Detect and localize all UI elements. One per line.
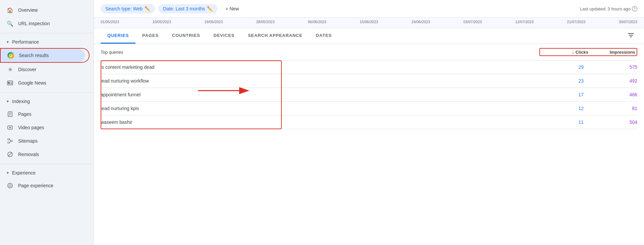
date-9: 21/07/2023 (567, 20, 585, 24)
query-text-2: appointment funnel (101, 92, 141, 97)
main-content: Search type: Web ✏️ Date: Last 3 months … (94, 0, 644, 245)
sidebar-performance-label: Performance (12, 39, 39, 45)
impressions-value-2: 466 (630, 92, 637, 97)
last-updated-text: Last updated: 3 hours ago ? (580, 6, 637, 11)
table-area: Top queries ↓ Clicks Impressions (94, 44, 644, 245)
tab-devices-label: DEVICES (213, 33, 234, 38)
tab-pages[interactable]: PAGES (136, 28, 165, 44)
date-7: 03/07/2023 (463, 20, 482, 24)
cell-clicks-4: 11 (530, 119, 584, 125)
last-updated-label: Last updated: 3 hours ago (580, 6, 631, 11)
clicks-value-4: 11 (578, 119, 584, 125)
svg-rect-1 (8, 82, 10, 84)
impressions-value-0: 575 (630, 64, 637, 70)
date-4: 06/06/2023 (308, 20, 326, 24)
sidebar: 🏠 Overview 🔍 URL inspection ▾ Performanc… (0, 0, 94, 245)
cell-impressions-4: 504 (584, 119, 637, 125)
impressions-header-label: Impressions (609, 50, 635, 55)
tab-search-appearance-label: SEARCH APPEARANCE (248, 33, 303, 38)
toolbar: Search type: Web ✏️ Date: Last 3 months … (94, 0, 644, 18)
svg-point-22 (9, 185, 11, 187)
cell-clicks-0: 29 (530, 64, 584, 70)
discover-icon: ✳ (7, 66, 13, 73)
sidebar-item-page-experience[interactable]: Page experience (0, 179, 90, 192)
sidebar-item-url-inspection[interactable]: 🔍 URL inspection (0, 17, 90, 30)
clicks-impressions-red-border: ↓ Clicks Impressions (539, 48, 637, 56)
sidebar-item-overview[interactable]: 🏠 Overview (0, 3, 90, 17)
impressions-header[interactable]: Impressions (588, 50, 635, 55)
table-row: is content marketing dead 29 575 (101, 60, 637, 74)
svg-rect-13 (8, 142, 9, 143)
new-button-label: + New (225, 6, 239, 11)
tab-countries[interactable]: COUNTRIES (165, 28, 207, 44)
sidebar-item-removals-label: Removals (18, 152, 39, 157)
cell-query-2: appointment funnel (101, 92, 530, 97)
date-10: 30/07/2023 (619, 20, 637, 24)
top-queries-text: Top queries (101, 50, 123, 55)
date-label: Date: Last 3 months (163, 6, 205, 11)
removals-icon (7, 151, 13, 158)
cell-query-0: is content marketing dead (101, 64, 530, 70)
query-text-0: is content marketing dead (101, 64, 154, 70)
date-5: 15/06/2023 (360, 20, 378, 24)
sidebar-experience-label: Experience (12, 170, 36, 176)
table-row: lead nurturing workflow 23 492 (101, 74, 637, 88)
query-text-4: waseem bashir (101, 119, 132, 125)
chevron-down-icon: ▾ (7, 40, 9, 44)
table-row: appointment funnel 17 466 (101, 88, 637, 102)
sidebar-item-google-news[interactable]: Google News (0, 76, 90, 90)
sidebar-section-indexing[interactable]: ▾ Indexing (0, 95, 94, 107)
clicks-value-2: 17 (578, 92, 584, 97)
search-icon: 🔍 (7, 20, 13, 27)
cell-clicks-2: 17 (530, 92, 584, 97)
date-0: 01/05/2023 (101, 20, 119, 24)
sidebar-item-discover-label: Discover (18, 67, 36, 72)
date-1: 10/05/2023 (152, 20, 171, 24)
table-row: lead nurturing kpis 12 81 (101, 102, 637, 115)
new-button[interactable]: + New (221, 4, 244, 13)
date-2: 19/05/2023 (204, 20, 223, 24)
tab-search-appearance[interactable]: SEARCH APPEARANCE (241, 28, 309, 44)
sidebar-item-sitemaps-label: Sitemaps (18, 138, 38, 144)
timeline-area: 01/05/2023 10/05/2023 19/05/2023 28/05/2… (94, 18, 644, 28)
date-3: 28/05/2023 (256, 20, 274, 24)
query-text-3: lead nurturing kpis (101, 106, 139, 111)
tabs-container: QUERIES PAGES COUNTRIES DEVICES SEARCH A… (94, 28, 644, 44)
date-chip[interactable]: Date: Last 3 months ✏️ (158, 4, 217, 13)
table-row: waseem bashir 11 504 (101, 115, 637, 129)
tab-countries-label: COUNTRIES (172, 33, 200, 38)
sidebar-section-experience[interactable]: ▾ Experience (0, 167, 94, 179)
cell-impressions-3: 81 (584, 106, 637, 111)
sidebar-item-video-pages[interactable]: Video pages (0, 121, 90, 134)
filter-button[interactable] (625, 30, 637, 43)
svg-point-21 (8, 183, 12, 188)
sidebar-item-removals[interactable]: Removals (0, 148, 90, 161)
filter-icon (627, 32, 635, 38)
divider-1 (0, 33, 94, 33)
svg-marker-10 (9, 127, 11, 129)
clicks-header-label: Clicks (576, 50, 588, 55)
sidebar-section-performance[interactable]: ▾ Performance (0, 36, 94, 48)
chevron-down-icon-3: ▾ (7, 170, 9, 175)
google-icon: G (7, 52, 14, 59)
search-type-label: Search type: Web (105, 6, 143, 11)
sidebar-item-discover[interactable]: ✳ Discover (0, 63, 90, 76)
sidebar-item-sitemaps[interactable]: Sitemaps (0, 134, 90, 148)
impressions-value-4: 504 (630, 119, 637, 125)
tab-queries[interactable]: QUERIES (101, 28, 136, 44)
tab-pages-label: PAGES (142, 33, 159, 38)
clicks-value-1: 23 (578, 78, 584, 84)
clicks-header[interactable]: ↓ Clicks (541, 49, 588, 55)
cell-query-3: lead nurturing kpis (101, 106, 530, 111)
sidebar-item-search-results[interactable]: G Search results (1, 49, 85, 62)
sidebar-item-pages[interactable]: Pages (0, 107, 90, 121)
search-type-chip[interactable]: Search type: Web ✏️ (101, 4, 155, 13)
cell-query-4: waseem bashir (101, 119, 530, 125)
tab-dates[interactable]: DATES (309, 28, 338, 44)
svg-rect-12 (11, 140, 12, 142)
tab-devices[interactable]: DEVICES (207, 28, 241, 44)
tab-dates-label: DATES (316, 33, 332, 38)
clicks-impressions-header: ↓ Clicks Impressions (539, 48, 637, 56)
cell-query-1: lead nurturing workflow (101, 78, 530, 84)
impressions-value-3: 81 (632, 106, 637, 111)
